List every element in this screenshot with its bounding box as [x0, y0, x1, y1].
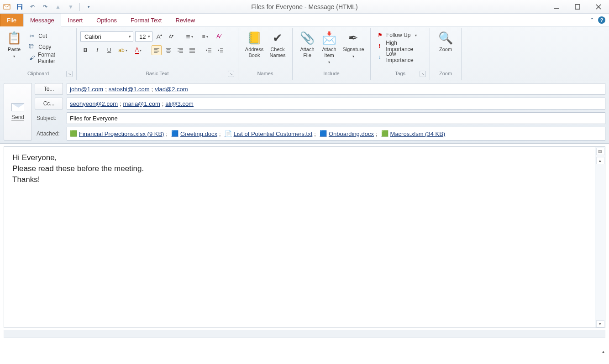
- chevron-down-icon: ▾: [13, 53, 15, 59]
- tab-review[interactable]: Review: [168, 14, 202, 26]
- separator: ;: [105, 86, 107, 93]
- attach-item-button[interactable]: 📩 Attach Item ▾: [318, 29, 340, 66]
- attachment-item[interactable]: 🟦Greeting.docx: [171, 130, 217, 137]
- message-body[interactable]: Hi Everyone,Please read these before the…: [4, 146, 605, 328]
- high-importance-button[interactable]: !High Importance: [374, 41, 426, 51]
- attach-file-button[interactable]: 📎 Attach File: [296, 29, 318, 59]
- tab-file[interactable]: File: [0, 14, 23, 26]
- cc-button[interactable]: Cc...: [35, 98, 63, 109]
- minimize-button[interactable]: [546, 0, 567, 14]
- window-controls: [546, 0, 609, 14]
- qat-customize-icon[interactable]: ▾: [84, 2, 94, 12]
- to-field[interactable]: john@1.com; satoshi@1.com; vlad@2.com: [67, 83, 605, 95]
- group-title-tags: Tags↘: [374, 71, 426, 79]
- prev-icon[interactable]: ▲: [53, 2, 63, 12]
- tab-insert[interactable]: Insert: [61, 14, 90, 26]
- group-names: 📒 Address Book ✔ Check Names Names: [238, 28, 293, 80]
- minimize-ribbon-icon[interactable]: ⌃: [590, 17, 594, 23]
- font-size-select[interactable]: 12▾: [135, 31, 152, 42]
- zoom-button[interactable]: 🔍 Zoom: [434, 29, 457, 53]
- recipient[interactable]: maria@1.com: [123, 100, 160, 107]
- undo-icon[interactable]: ↶: [27, 2, 37, 12]
- app-icon[interactable]: [2, 2, 12, 12]
- signature-button[interactable]: ✒ Signature ▾: [340, 29, 367, 60]
- address-book-label: Address Book: [243, 47, 266, 58]
- shrink-font-button[interactable]: A▾: [166, 31, 176, 42]
- to-button[interactable]: To...: [35, 83, 63, 95]
- recipient[interactable]: john@1.com: [70, 86, 103, 93]
- maximize-button[interactable]: [567, 0, 588, 14]
- clear-format-button[interactable]: A⁄: [214, 31, 224, 42]
- file-icon: 🟩: [381, 130, 388, 137]
- recipient[interactable]: vlad@2.com: [155, 86, 188, 93]
- address-book-button[interactable]: 📒 Address Book: [242, 29, 267, 59]
- attachment-item[interactable]: 🟩Macros.xlsm (34 KB): [381, 130, 446, 137]
- basic-text-launcher[interactable]: ↘: [228, 71, 234, 77]
- bold-button[interactable]: B: [80, 45, 90, 55]
- help-icon[interactable]: ?: [598, 16, 605, 24]
- numbering-button[interactable]: ≡▾: [198, 31, 212, 42]
- attach-file-label: Attach File: [297, 47, 317, 58]
- underline-button[interactable]: U: [104, 45, 114, 55]
- align-left-button[interactable]: [152, 45, 162, 55]
- separator: ;: [314, 130, 316, 137]
- decrease-indent-button[interactable]: [204, 45, 214, 55]
- cut-button[interactable]: ✂Cut: [26, 31, 73, 41]
- body-line: Thanks!: [12, 174, 597, 185]
- clipboard-launcher[interactable]: ↘: [66, 71, 73, 77]
- recipient[interactable]: ali@3.com: [165, 100, 194, 107]
- separator: ;: [166, 130, 168, 137]
- font-name-select[interactable]: Calibri▾: [80, 31, 133, 42]
- subject-label: Subject:: [35, 115, 63, 121]
- zoom-label: Zoom: [439, 47, 452, 52]
- low-importance-icon: ↓: [376, 54, 383, 60]
- chevron-down-icon: ▾: [148, 34, 150, 39]
- highlight-button[interactable]: ab▾: [116, 45, 130, 55]
- attachment-field[interactable]: 🟩Financial Projections.xlsx (9 KB); 🟦Gre…: [67, 127, 605, 140]
- recipient[interactable]: seohyeon@2.com: [70, 100, 118, 107]
- svg-rect-3: [18, 7, 21, 10]
- send-button[interactable]: Send: [4, 83, 32, 140]
- attachment-item[interactable]: 🟦Onboarding.docx: [320, 130, 374, 137]
- paste-label: Paste: [8, 47, 21, 52]
- bullets-button[interactable]: ≣▾: [183, 31, 196, 42]
- message-header: Send To... john@1.com; satoshi@1.com; vl…: [0, 80, 609, 144]
- flag-icon: ⚑: [376, 32, 383, 38]
- ruler-toggle-icon[interactable]: ▤: [596, 148, 604, 155]
- increase-indent-button[interactable]: [215, 45, 226, 55]
- tab-options[interactable]: Options: [89, 14, 124, 26]
- justify-button[interactable]: [187, 45, 197, 55]
- paste-button[interactable]: 📋 Paste ▾: [4, 29, 25, 60]
- recipient[interactable]: satoshi@1.com: [109, 86, 150, 93]
- grow-font-button[interactable]: A▴: [154, 31, 164, 42]
- tab-message[interactable]: Message: [23, 14, 61, 26]
- align-right-button[interactable]: [175, 45, 185, 55]
- check-names-button[interactable]: ✔ Check Names: [267, 29, 289, 59]
- redo-icon[interactable]: ↷: [40, 2, 50, 12]
- body-line: Hi Everyone,: [12, 152, 597, 163]
- tags-launcher[interactable]: ↘: [420, 71, 426, 77]
- subject-field[interactable]: Files for Everyone: [67, 112, 605, 124]
- expand-pane-icon[interactable]: ▴: [602, 349, 604, 354]
- cc-field[interactable]: seohyeon@2.com; maria@1.com; ali@3.com: [67, 98, 605, 109]
- tab-format-text[interactable]: Format Text: [124, 14, 168, 26]
- scroll-up-icon[interactable]: ▴: [596, 157, 604, 164]
- font-color-button[interactable]: A▾: [131, 45, 145, 55]
- scroll-down-icon[interactable]: ▾: [596, 320, 604, 328]
- align-center-button[interactable]: [163, 45, 173, 55]
- send-label: Send: [11, 114, 24, 120]
- attachment-item[interactable]: 🟩Financial Projections.xlsx (9 KB): [70, 130, 164, 137]
- close-button[interactable]: [588, 0, 609, 14]
- chevron-down-icon: ▾: [415, 33, 417, 37]
- attachment-item[interactable]: 📄List of Potential Customers.txt: [225, 130, 313, 137]
- save-icon[interactable]: [15, 2, 25, 12]
- file-icon: 🟩: [70, 130, 77, 137]
- separator: ;: [219, 130, 221, 137]
- italic-button[interactable]: I: [92, 45, 102, 55]
- next-icon[interactable]: ▼: [66, 2, 76, 12]
- follow-up-button[interactable]: ⚑Follow Up▾: [374, 30, 426, 40]
- copy-button[interactable]: ⿻Copy: [26, 42, 73, 52]
- low-importance-button[interactable]: ↓Low Importance: [374, 52, 426, 62]
- group-include: 📎 Attach File 📩 Attach Item ▾ ✒ Signatur…: [293, 28, 371, 80]
- format-painter-button[interactable]: 🖌Format Painter: [26, 53, 73, 63]
